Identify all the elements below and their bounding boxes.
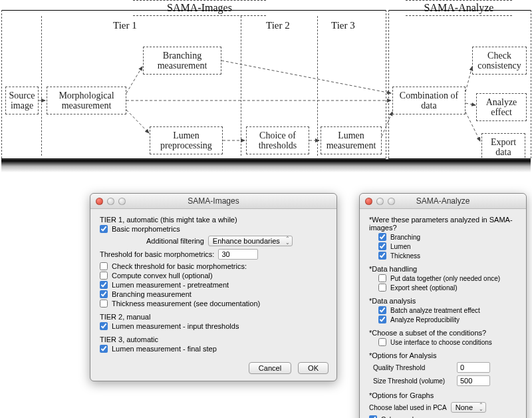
q5-header: *Options for Analysis <box>369 351 517 359</box>
chk-color-graphs[interactable] <box>369 415 377 418</box>
chk-check-threshold[interactable] <box>100 262 108 270</box>
chk-export-sheet[interactable] <box>378 284 386 292</box>
svg-line-10 <box>466 112 480 141</box>
basic-morphometrics-checkbox[interactable] <box>100 225 108 233</box>
chk-lumen-pretreatment[interactable] <box>100 281 108 289</box>
svg-line-6 <box>382 112 392 136</box>
chk-batch-analyze[interactable] <box>378 306 386 314</box>
pca-select[interactable]: None <box>451 402 486 413</box>
minimize-icon[interactable] <box>107 198 114 205</box>
zoom-icon[interactable] <box>118 198 126 205</box>
svg-line-1 <box>126 67 142 93</box>
flow-arrows <box>0 0 532 173</box>
chk-branching[interactable] <box>378 233 386 241</box>
chk-branching-measurement[interactable] <box>100 290 108 298</box>
chk-lumen-final-step[interactable] <box>100 345 108 353</box>
threshold-input[interactable] <box>218 249 258 260</box>
size-threshold-input[interactable] <box>457 375 490 386</box>
q4-header: *Choose a subset of the conditions? <box>369 329 517 337</box>
additional-filtering-label: Additional filtering <box>146 237 204 245</box>
dialog-sama-analyze: SAMA-Analyze *Were these parameters anal… <box>359 193 527 418</box>
svg-line-2 <box>221 61 391 93</box>
minimize-icon[interactable] <box>376 198 384 205</box>
svg-line-9 <box>466 103 475 105</box>
svg-line-3 <box>126 110 149 133</box>
tier2-header: TIER 2, manual <box>100 313 327 321</box>
q2-header: *Data handling <box>369 265 517 273</box>
q6-header: *Options for Graphs <box>369 391 517 399</box>
flowchart-area: SAMA-Images SAMA-Analyze Tier 1 Tier 2 T… <box>0 0 532 173</box>
basic-morphometrics-label: Basic morphometrics <box>112 225 180 233</box>
window-title: SAMA-Images <box>90 196 336 206</box>
additional-filtering-select[interactable]: Enhance boundaries <box>208 236 293 246</box>
chk-convex-hull[interactable] <box>100 272 108 280</box>
zoom-icon[interactable] <box>388 198 395 205</box>
pca-label: Choose label used in PCA <box>369 404 447 411</box>
quality-threshold-label: Quality Threshold <box>373 364 453 371</box>
size-threshold-label: Size Threshold (volume) <box>373 377 453 385</box>
chk-thickness[interactable] <box>378 252 386 260</box>
chk-lumen-input-thresholds[interactable] <box>100 322 108 330</box>
q3-header: *Data analysis <box>369 297 517 305</box>
titlebar: SAMA-Images <box>90 194 336 209</box>
cancel-button[interactable]: Cancel <box>249 362 291 374</box>
titlebar: SAMA-Analyze <box>360 194 526 209</box>
svg-line-8 <box>466 67 472 92</box>
ok-button[interactable]: OK <box>298 362 329 374</box>
close-icon[interactable] <box>365 198 372 205</box>
quality-threshold-input[interactable] <box>457 362 490 373</box>
chk-use-interface-conditions[interactable] <box>378 338 386 346</box>
tier3-header: TIER 3, automatic <box>100 335 327 343</box>
chk-thickness-measurement[interactable] <box>100 300 108 308</box>
chk-lumen[interactable] <box>378 242 386 250</box>
chk-put-data-together[interactable] <box>378 274 386 282</box>
q1-header: *Were these parameters analyzed in SAMA-… <box>369 216 517 232</box>
threshold-label: Threshold for basic morphometrics: <box>100 250 214 258</box>
close-icon[interactable] <box>96 198 103 205</box>
dialog-sama-images: SAMA-Images TIER 1, automatic (this migh… <box>90 193 337 381</box>
chk-analyze-reproducibility[interactable] <box>378 315 386 323</box>
tier1-header: TIER 1, automatic (this might take a whi… <box>100 216 327 224</box>
